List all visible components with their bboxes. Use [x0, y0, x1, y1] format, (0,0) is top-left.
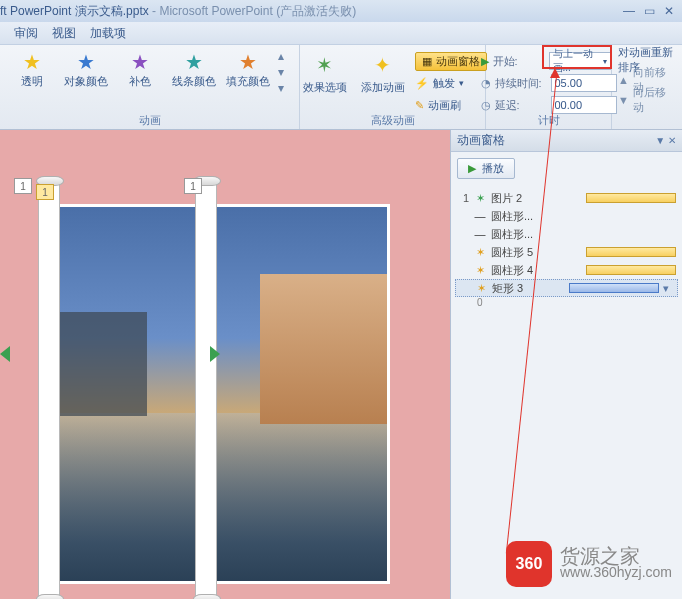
watermark-url: www.360hyzj.com	[560, 564, 672, 580]
start-label: 开始:	[493, 54, 545, 69]
title-app: Microsoft PowerPoint	[159, 4, 272, 18]
animation-list: 1 ✶ 图片 2 — 圆柱形... — 圆柱形... ✶ 圆柱形 5	[451, 185, 682, 315]
group-label: 计时	[486, 113, 611, 128]
watermark: 360 货源之家 www.360hyzj.com	[506, 541, 672, 587]
dash-icon: —	[473, 210, 487, 222]
nav-next-icon[interactable]	[210, 346, 220, 362]
delay-input[interactable]: 00.00	[551, 96, 617, 114]
title-file: 演示文稿.pptx	[75, 4, 149, 18]
anim-complementary[interactable]: ★ 补色	[116, 49, 164, 87]
anim-label: 补色	[129, 75, 151, 87]
star-icon: ★	[77, 50, 95, 74]
restore-button[interactable]: ▭	[640, 3, 658, 19]
play-icon: ▶	[468, 162, 476, 175]
group-label: 高级动画	[300, 113, 485, 128]
animation-item[interactable]: — 圆柱形...	[457, 207, 676, 225]
play-icon: ▶	[481, 55, 489, 68]
anim-index-tag[interactable]: 1	[184, 178, 202, 194]
animation-item[interactable]: ✶ 圆柱形 4	[457, 261, 676, 279]
slide-photo[interactable]	[50, 204, 390, 584]
star-icon: ★	[131, 50, 149, 74]
cylinder-shape-right[interactable]	[195, 180, 217, 599]
animation-item[interactable]: — 圆柱形...	[457, 225, 676, 243]
add-animation-label: 添加动画	[361, 81, 405, 93]
menu-bar: 审阅 视图 加载项	[0, 22, 682, 44]
animation-pane-header: 动画窗格 ▼ ✕	[451, 130, 682, 152]
ribbon-group-animation: ★ 透明 ★ 对象颜色 ★ 补色 ★ 线条颜色 ★ 填充颜色 ▴▾▾	[0, 45, 300, 129]
item-dropdown[interactable]: ▾	[663, 282, 675, 295]
star-icon: ★	[239, 50, 257, 74]
arrow-up-icon: ▲	[618, 74, 629, 86]
animation-pane-button[interactable]: ▦动画窗格	[415, 51, 487, 71]
menu-review[interactable]: 审阅	[14, 25, 38, 42]
play-button[interactable]: ▶ 播放	[457, 158, 515, 179]
group-label: 动画	[0, 113, 299, 128]
anim-index-tag[interactable]: 1	[36, 184, 54, 200]
window-title: ft PowerPoint 演示文稿.pptx - Microsoft Powe…	[0, 3, 620, 20]
clock-icon: ◷	[481, 99, 491, 112]
nav-prev-icon[interactable]	[0, 346, 10, 362]
ribbon-group-reorder: 对动画重新排序 ▲向前移动 ▼向后移动	[612, 45, 682, 129]
anim-label: 线条颜色	[172, 75, 216, 87]
anim-fill-color[interactable]: ★ 填充颜色	[224, 49, 272, 87]
gallery-nav[interactable]: ▴▾▾	[278, 49, 292, 95]
lightning-icon: ⚡	[415, 77, 429, 90]
anim-index-tag[interactable]: 1	[14, 178, 32, 194]
animation-item[interactable]: ✶ 圆柱形 5	[457, 243, 676, 261]
pane-icon: ▦	[422, 55, 432, 68]
star-icon: ✶	[316, 53, 333, 77]
star-plus-icon: ✦	[374, 53, 391, 77]
animation-pane-title: 动画窗格	[457, 132, 505, 149]
dash-icon: —	[473, 228, 487, 240]
anim-object-color[interactable]: ★ 对象颜色	[62, 49, 110, 87]
animation-sub: 0	[477, 297, 676, 311]
animation-pane: 动画窗格 ▼ ✕ ▶ 播放 1 ✶ 图片 2 — 圆柱形...	[450, 130, 682, 599]
duration-input[interactable]: 05.00	[551, 74, 617, 92]
star-icon: ★	[23, 50, 41, 74]
anim-transparent[interactable]: ★ 透明	[8, 49, 56, 87]
ribbon-group-timing: ▶ 开始: 与上一动画...▾ ◔ 持续时间: 05.00 ◷ 延迟: 00.0…	[486, 45, 612, 129]
anim-label: 透明	[21, 75, 43, 87]
menu-view[interactable]: 视图	[52, 25, 76, 42]
star-icon: ✶	[473, 192, 487, 205]
title-app-prefix: ft PowerPoint	[0, 4, 71, 18]
add-animation-button[interactable]: ✦ 添加动画	[357, 49, 409, 93]
star-icon: ✶	[474, 282, 488, 295]
arrow-down-icon: ▼	[618, 94, 629, 106]
effect-options-label: 效果选项	[303, 81, 347, 93]
brush-icon: ✎	[415, 99, 424, 112]
animation-item-selected[interactable]: ✶ 矩形 3 ▾	[455, 279, 678, 297]
effect-options-button[interactable]: ✶ 效果选项	[299, 49, 351, 93]
work-area: 1 1 1 动画窗格 ▼ ✕ ▶ 播放 1 ✶ 图片 2	[0, 130, 682, 599]
anim-line-color[interactable]: ★ 线条颜色	[170, 49, 218, 87]
star-icon: ✶	[473, 246, 487, 259]
move-later-button[interactable]: ▼向后移动	[618, 91, 676, 109]
watermark-badge: 360	[506, 541, 552, 587]
slide-editor[interactable]: 1 1 1	[0, 130, 450, 599]
anim-label: 对象颜色	[64, 75, 108, 87]
star-icon: ★	[185, 50, 203, 74]
cylinder-shape-left[interactable]	[38, 180, 60, 599]
clock-icon: ◔	[481, 77, 491, 90]
duration-label: 持续时间:	[495, 76, 547, 91]
close-button[interactable]: ✕	[660, 3, 678, 19]
minimize-button[interactable]: —	[620, 3, 638, 19]
animation-item[interactable]: 1 ✶ 图片 2	[457, 189, 676, 207]
anim-label: 填充颜色	[226, 75, 270, 87]
annotation-arrowhead	[550, 68, 560, 78]
ribbon: ★ 透明 ★ 对象颜色 ★ 补色 ★ 线条颜色 ★ 填充颜色 ▴▾▾	[0, 44, 682, 130]
title-status: (产品激活失败)	[276, 4, 356, 18]
delay-label: 延迟:	[495, 98, 547, 113]
trigger-button[interactable]: ⚡ 触发 ▾	[415, 73, 487, 93]
animation-painter-button[interactable]: ✎ 动画刷	[415, 95, 487, 115]
title-bar: ft PowerPoint 演示文稿.pptx - Microsoft Powe…	[0, 0, 682, 22]
pane-options-dropdown[interactable]: ▼ ✕	[655, 135, 676, 146]
ribbon-group-advanced: ✶ 效果选项 ✦ 添加动画 ▦动画窗格 ⚡ 触发 ▾ ✎ 动画刷	[300, 45, 486, 129]
menu-addins[interactable]: 加载项	[90, 25, 126, 42]
star-icon: ✶	[473, 264, 487, 277]
watermark-title: 货源之家	[560, 548, 672, 564]
slide-canvas: 1 1 1	[0, 130, 450, 599]
